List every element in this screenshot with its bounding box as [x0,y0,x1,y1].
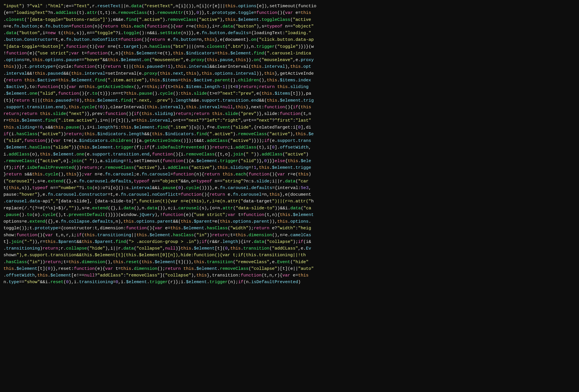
code-line: {e=="loadingText"?n.addClass(t).attr(t,t… [3,10,576,16]
code-line: .carousel.data-api","[data-slide], [data… [3,198,576,205]
code-line: .$element.one("slid",function(){r.to(t)}… [3,90,576,97]
code-line: .offsetWidth,this.$element[e!==null?"add… [3,272,576,279]
code-line: .support.transition.end),this.cycle(!0))… [3,104,576,111]
code-line: "[data-toggle^=button]",function(t){var … [3,43,576,50]
code-line: ("slid",function(){var t=e(a.$indicators… [3,138,576,144]
code-line: !function(e){"use strict";var t=function… [3,50,576,57]
code-line: .data("button",i=new t(this,s)),n=="togg… [3,30,576,36]
code-line: .interval&&!this.paused&&(this.interval=… [3,70,576,77]
code-line: .$element.hasClass("slide")){this.$eleme… [3,144,576,151]
code-line: n=e.fn.button;e.fn.button=function(n){re… [3,23,576,30]
code-line: "input") ?"val" :"html";e+="Text",r.rese… [3,3,576,10]
code-line: .$active},to:function(t){var n=this.getA… [3,84,576,90]
code-line: (f);if(f.isDefaultPrevented())return;r.r… [3,164,576,171]
code-line: toggle()};t.prototype={constructor:t,dim… [3,225,576,232]
code-line: n.type=="show"&&i.reset(0),i.transitioni… [3,279,576,285]
code-line: show:function(){var t,n,r,i;if(this.tran… [3,232,576,239]
code-editor: "input") ?"val" :"html";e+="Text",r.rese… [0,0,579,392]
code-line: this))};t.prototype={cycle:function(t){r… [3,63,576,70]
code-line: .options=n,this.options.pause=="hover"&&… [3,57,576,63]
code-line: }return s&&this.cycle(),this}};var n=e.f… [3,171,576,178]
code-line: return;return this.slide("next")},prev:f… [3,111,576,117]
code-line: (t){return t||(this.paused=!0),this.$ele… [3,97,576,104]
code-line: r=this.$element.find(".item.active"),i=n… [3,117,576,124]
code-line: .button.Constructor=t,e.fn.button.noConf… [3,36,576,43]
code-line: options=e.extend({},e.fn.collapse.defaul… [3,218,576,225]
code-line: this.sliding=!0,s&&this.pause(),i=i.leng… [3,124,576,131]
code-line: replace(/.*(?=#[^\s]+$)/,"")),s=e.extend… [3,205,576,212]
code-line: .transitioning)return;r.collapse("hide")… [3,245,576,252]
code-line: .pause().to(o).cycle(),t.preventDefault(… [3,212,576,218]
code-line: if(i.hasClass("active"))return;this.$ind… [3,131,576,138]
code-line: .closest('[data-toggle="buttons-radio"]'… [3,17,576,23]
code-line: i.addClass(o),this.$element.one(e.suppor… [3,151,576,158]
code-line: pause:"hover"},e.fn.carousel.Constructor… [3,191,576,198]
code-line: t(this,s)),typeof n=="number"?i.to(n):o?… [3,185,576,191]
code-line: t].join("-")),r=this.$parent&&this.$pare… [3,239,576,245]
code-line: this.$element[t](0)},reset:function(e){v… [3,265,576,272]
code-line: ("carousel"),s=e.extend({},e.fn.carousel… [3,178,576,185]
code-line: .hasClass("in"))return;t=this.dimension(… [3,259,576,265]
code-line: {return this.$active=this.$element.find(… [3,77,576,84]
code-line: .removeClass(["active",o].join(" ")),a.s… [3,158,576,164]
code-line: shown"),e.support.transition&&this.$elem… [3,252,576,259]
